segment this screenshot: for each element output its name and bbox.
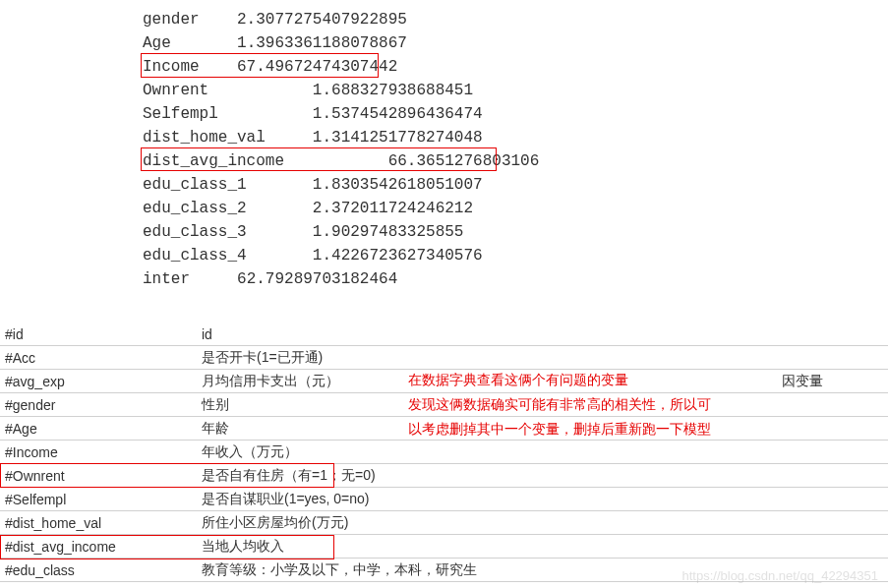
dict-key: #gender [0, 397, 202, 413]
vif-line: Ownrent 1.688327938688451 [143, 79, 888, 102]
dict-key: #dist_home_val [0, 515, 202, 531]
vif-line: Age 1.3963361188078867 [143, 31, 888, 55]
vif-line-income: Income 67.49672474307442 [143, 55, 888, 79]
dict-desc: 年收入（万元） [202, 443, 782, 461]
value: 66.3651276803106 [388, 152, 540, 170]
dict-desc: 是否开卡(1=已开通) [202, 349, 782, 367]
annotation-text: 在数据字典查看这俩个有问题的变量 发现这俩数据确实可能有非常高的相关性，所以可 … [408, 368, 782, 442]
value: 67.49672474307442 [237, 58, 397, 76]
vif-line: gender 2.3077275407922895 [143, 8, 888, 31]
label: edu_class_3 [143, 223, 247, 241]
table-row: #id id [0, 323, 888, 346]
dict-key: #Age [0, 421, 202, 437]
vif-line: edu_class_1 1.8303542618051007 [143, 173, 888, 197]
label: Income [143, 58, 200, 76]
dict-key: #id [0, 326, 202, 342]
value: 1.8303542618051007 [313, 176, 483, 194]
dict-key: #Income [0, 444, 202, 460]
data-dictionary-table: #id id #Acc 是否开卡(1=已开通) #avg_exp 月均信用卡支出… [0, 323, 888, 582]
vif-line: edu_class_2 2.372011724246212 [143, 197, 888, 220]
dict-desc: 是否自有住房（有=1；无=0) [202, 467, 782, 485]
value: 1.3141251778274048 [313, 129, 483, 147]
dict-key: #Acc [0, 350, 202, 366]
label: edu_class_4 [143, 247, 247, 265]
table-row: #Ownrent 是否自有住房（有=1；无=0) [0, 464, 888, 488]
dict-key: #edu_class [0, 562, 202, 578]
table-row: #Acc 是否开卡(1=已开通) [0, 346, 888, 370]
label: Selfempl [143, 105, 218, 123]
dict-key: #Selfempl [0, 492, 202, 507]
dict-key: #Ownrent [0, 468, 202, 484]
value: 2.3077275407922895 [237, 11, 407, 29]
label: dist_home_val [143, 129, 266, 147]
annotation-line: 在数据字典查看这俩个有问题的变量 [408, 368, 782, 392]
label: inter [143, 270, 190, 288]
dict-desc: 所住小区房屋均价(万元) [202, 514, 782, 532]
vif-line: dist_home_val 1.3141251778274048 [143, 126, 888, 149]
value: 1.688327938688451 [313, 82, 473, 99]
label: edu_class_2 [143, 200, 247, 217]
dict-desc: 是否自谋职业(1=yes, 0=no) [202, 491, 782, 508]
dict-desc: id [202, 326, 782, 342]
table-row: #Selfempl 是否自谋职业(1=yes, 0=no) [0, 488, 888, 511]
vif-line: edu_class_3 1.90297483325855 [143, 220, 888, 244]
value: 2.372011724246212 [313, 200, 473, 217]
watermark: https://blog.csdn.net/qq_42294351 [682, 568, 879, 583]
vif-line-distavg: dist_avg_income 66.3651276803106 [143, 149, 888, 173]
annotation-line: 发现这俩数据确实可能有非常高的相关性，所以可 [408, 392, 782, 417]
value: 1.5374542896436474 [313, 105, 483, 123]
value: 1.3963361188078867 [237, 34, 407, 52]
dict-extra: 因变量 [782, 373, 880, 390]
value: 1.90297483325855 [313, 223, 464, 241]
value: 1.4226723627340576 [313, 247, 483, 265]
dict-key: #dist_avg_income [0, 539, 202, 555]
table-row: #dist_avg_income 当地人均收入 [0, 535, 888, 559]
label: Ownrent [143, 82, 208, 99]
label: gender [143, 11, 200, 29]
vif-output: gender 2.3077275407922895 Age 1.39633611… [0, 0, 888, 291]
label: dist_avg_income [143, 152, 284, 170]
vif-line: inter 62.79289703182464 [143, 267, 888, 291]
dict-key: #avg_exp [0, 374, 202, 389]
dict-desc: 当地人均收入 [202, 538, 782, 556]
table-row: #Income 年收入（万元） [0, 441, 888, 464]
annotation-line: 以考虑删掉其中一个变量，删掉后重新跑一下模型 [408, 417, 782, 441]
vif-line: Selfempl 1.5374542896436474 [143, 102, 888, 126]
label: edu_class_1 [143, 176, 247, 194]
value: 62.79289703182464 [237, 270, 397, 288]
vif-line: edu_class_4 1.4226723627340576 [143, 244, 888, 267]
label: Age [143, 34, 171, 52]
table-row: #dist_home_val 所住小区房屋均价(万元) [0, 511, 888, 535]
